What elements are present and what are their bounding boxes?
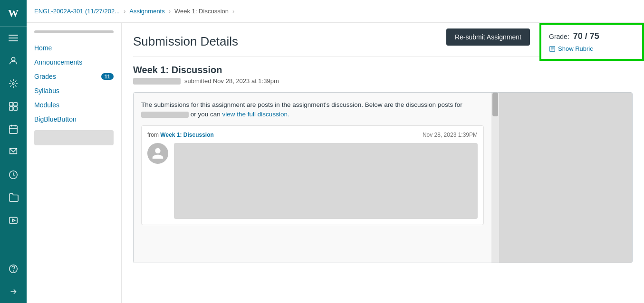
discussion-panel: The submissions for this assignment are …	[133, 92, 633, 263]
sidebar-item-inbox[interactable]	[0, 141, 27, 163]
discussion-post-body	[147, 143, 478, 219]
discussion-scrollbar-thumb	[492, 93, 498, 116]
discussion-scrollbar[interactable]	[491, 93, 499, 263]
svg-rect-5	[14, 107, 17, 110]
sidebar-item-bigbluebutton[interactable]: BigBlueButton	[27, 112, 121, 126]
sidebar-avatar-placeholder	[34, 130, 114, 145]
discussion-post-header: from Week 1: Discussion Nov 28, 2023 1:3…	[147, 132, 478, 138]
breadcrumb-assignments-link[interactable]: Assignments	[129, 8, 164, 15]
main-area: ENGL-2002A-301 (11/27/202... › Assignmen…	[27, 0, 644, 303]
discussion-user-placeholder	[141, 112, 189, 118]
grade-value: 70 / 75	[573, 31, 599, 41]
svg-rect-2	[10, 103, 13, 106]
breadcrumb-sep-1: ›	[124, 8, 125, 15]
sidebar-item-home[interactable]: Home	[27, 41, 121, 55]
sidebar-progress-bar	[34, 30, 114, 33]
sidebar-item-grades[interactable]: Grades 11	[27, 69, 121, 84]
sidebar-item-dashboard[interactable]	[0, 72, 27, 95]
assignment-name: Week 1: Discussion	[133, 65, 633, 76]
nav-bar: W	[0, 0, 27, 303]
avatar	[147, 143, 168, 164]
post-content-placeholder	[174, 143, 478, 219]
grades-badge: 11	[101, 73, 114, 80]
breadcrumb-sep-2: ›	[169, 8, 171, 15]
collapse-nav-button[interactable]	[0, 280, 27, 303]
discussion-from-label: from Week 1: Discussion	[147, 132, 214, 138]
submitted-user-placeholder	[133, 78, 181, 85]
discussion-scroll-area[interactable]: The submissions for this assignment are …	[134, 93, 491, 263]
svg-rect-4	[10, 107, 13, 110]
show-rubric-link[interactable]: Show Rubric	[549, 45, 634, 52]
nav-bottom	[0, 257, 27, 303]
breadcrumb-sep-3: ›	[232, 8, 234, 15]
breadcrumb-current: Week 1: Discussion	[174, 8, 229, 15]
submitted-text: submitted Nov 28, 2023 at 1:39pm	[184, 77, 279, 85]
sidebar-item-files[interactable]	[0, 186, 27, 209]
user-avatar-icon	[151, 147, 164, 160]
discussion-topic-link[interactable]: Week 1: Discussion	[160, 132, 214, 138]
grade-label: Grade:	[549, 33, 569, 40]
show-rubric-label: Show Rubric	[558, 45, 593, 52]
course-sidebar: Home Announcements Grades 11 Syllabus Mo…	[27, 23, 122, 303]
sidebar-item-modules[interactable]: Modules	[27, 98, 121, 112]
svg-point-1	[12, 83, 14, 85]
sidebar-item-announcements[interactable]: Announcements	[27, 55, 121, 69]
sidebar-item-help[interactable]	[0, 257, 27, 280]
main-content: Grade: 70 / 75 Show Rubric Re-submit Ass…	[122, 23, 644, 303]
sidebar-item-account[interactable]	[0, 49, 27, 72]
sidebar-item-media[interactable]	[0, 209, 27, 232]
svg-rect-6	[10, 126, 18, 134]
breadcrumb-course-link[interactable]: ENGL-2002A-301 (11/27/202...	[34, 8, 120, 15]
submission-meta: submitted Nov 28, 2023 at 1:39pm	[133, 77, 633, 85]
discussion-intro: The submissions for this assignment are …	[141, 100, 484, 120]
rubric-icon	[549, 46, 556, 52]
svg-rect-3	[14, 103, 17, 106]
sidebar-item-history[interactable]	[0, 163, 27, 186]
hamburger-menu-button[interactable]	[0, 27, 27, 49]
view-full-discussion-link[interactable]: view the full discussion.	[222, 111, 289, 118]
post-date: Nov 28, 2023 1:39PM	[423, 132, 478, 138]
svg-point-0	[11, 57, 15, 61]
svg-point-11	[13, 271, 14, 271]
right-panel	[499, 93, 632, 263]
content-row: Home Announcements Grades 11 Syllabus Mo…	[27, 23, 644, 303]
grade-box: Grade: 70 / 75 Show Rubric	[539, 23, 644, 61]
discussion-post: from Week 1: Discussion Nov 28, 2023 1:3…	[141, 125, 484, 225]
grade-line: Grade: 70 / 75	[549, 31, 634, 41]
svg-marker-9	[12, 219, 15, 222]
sidebar-item-courses[interactable]	[0, 95, 27, 118]
sidebar-item-syllabus[interactable]: Syllabus	[27, 84, 121, 98]
svg-rect-8	[10, 218, 18, 224]
breadcrumb: ENGL-2002A-301 (11/27/202... › Assignmen…	[27, 0, 644, 23]
nav-logo[interactable]: W	[0, 0, 27, 27]
resubmit-assignment-button[interactable]: Re-submit Assignment	[446, 28, 530, 46]
sidebar-item-calendar[interactable]	[0, 118, 27, 141]
